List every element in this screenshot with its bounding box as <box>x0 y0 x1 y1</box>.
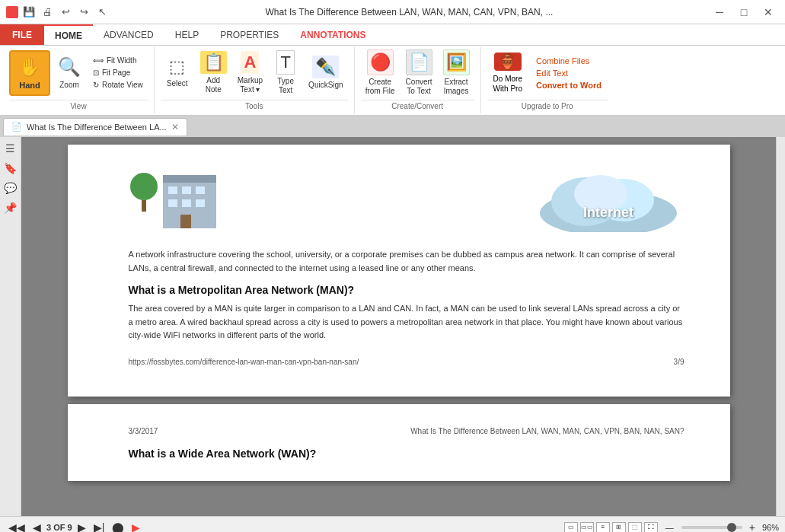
extract-images-icon: 🖼️ <box>443 49 470 75</box>
tab-bar: 📄 What Is The Difference Between LA... ✕ <box>0 116 785 137</box>
window-title: What Is The Difference Between LAN, WAN,… <box>116 7 703 18</box>
markup-text-button[interactable]: A MarkupText ▾ <box>233 49 267 97</box>
save-button[interactable]: 💾 <box>21 5 37 20</box>
view-options: ⟺ Fit Width ⊡ Fit Page ↻ Rotate View <box>88 55 148 91</box>
minimize-button[interactable]: ─ <box>709 4 730 21</box>
two-page-icon[interactable]: ▭▭ <box>580 522 594 533</box>
hand-label: Hand <box>19 81 40 90</box>
zoom-in-button[interactable]: + <box>747 521 758 533</box>
page2-date: 3/3/2017 <box>129 427 158 435</box>
tab-close-button[interactable]: ✕ <box>171 122 179 132</box>
extract-images-label: ExtractImages <box>444 78 469 96</box>
sidebar-left: ☰ 🔖 💬 📌 <box>0 137 21 516</box>
close-button[interactable]: ✕ <box>758 4 779 21</box>
markup-text-label: MarkupText ▾ <box>238 76 263 94</box>
create-from-file-label: Createfrom File <box>365 78 395 96</box>
svg-rect-9 <box>196 199 205 207</box>
upgrade-group-items: 🏺 Do MoreWith Pro Combine Files Edit Tex… <box>487 47 608 98</box>
audio-play-button[interactable]: ▶ <box>129 521 142 533</box>
title-bar: 💾 🖨 ↩ ↪ ↖ What Is The Difference Between… <box>0 0 785 24</box>
view-group-items: ✋ Hand 🔍 Zoom ⟺ Fit Width <box>9 47 148 98</box>
pdf-page-1: Internet A network infrastructure coveri… <box>68 145 730 397</box>
nav-prev-button[interactable]: ◀ <box>30 521 43 533</box>
page2-header: 3/3/2017 What Is The Difference Between … <box>129 427 684 435</box>
cursor-button[interactable]: ↖ <box>94 5 110 20</box>
audio-start-button[interactable]: ⬤ <box>110 521 126 533</box>
rotate-view-button[interactable]: ↻ Rotate View <box>88 79 148 91</box>
combine-files-link[interactable]: Combine Files <box>536 56 589 65</box>
tab-file[interactable]: FILE <box>0 24 44 45</box>
convert-to-text-button[interactable]: 📄 ConvertTo Text <box>401 47 437 98</box>
fit-icon[interactable]: ⬚ <box>628 522 642 533</box>
sidebar-attachment-icon[interactable]: 📌 <box>2 199 19 216</box>
svg-point-0 <box>130 173 158 200</box>
sidebar-comment-icon[interactable]: 💬 <box>2 180 19 196</box>
create-from-file-button[interactable]: 🔴 Createfrom File <box>361 47 400 98</box>
tab-home[interactable]: HOME <box>44 24 93 45</box>
rotate-icon: ↻ <box>93 81 99 89</box>
hand-button[interactable]: ✋ Hand <box>9 50 50 96</box>
select-button[interactable]: ⬚ Select <box>161 55 194 91</box>
sidebar-bookmark-icon[interactable]: 🔖 <box>2 160 19 177</box>
app-icon <box>6 6 18 18</box>
tab-annotations[interactable]: ANNOTATIONS <box>289 24 376 45</box>
svg-rect-7 <box>168 199 177 207</box>
extract-images-button[interactable]: 🖼️ ExtractImages <box>439 47 474 98</box>
type-text-button[interactable]: T TypeText <box>269 48 302 97</box>
grid-icon[interactable]: ⊞ <box>612 522 626 533</box>
edit-text-link[interactable]: Edit Text <box>536 68 568 78</box>
scroll-icon[interactable]: ≡ <box>596 522 610 533</box>
print-button[interactable]: 🖨 <box>40 5 55 20</box>
zoom-label: Zoom <box>59 81 79 90</box>
maximize-button[interactable]: □ <box>733 4 755 21</box>
page-images: Internet <box>129 167 684 236</box>
single-page-icon[interactable]: ▭ <box>564 522 578 533</box>
tools-group-items: ⬚ Select 📋 AddNote A MarkupText ▾ T Type… <box>161 47 348 98</box>
fit-width-button[interactable]: ⟺ Fit Width <box>88 55 148 66</box>
add-note-button[interactable]: 📋 AddNote <box>196 49 231 97</box>
fit-width-icon: ⟺ <box>93 56 104 65</box>
pdf-view: Internet A network infrastructure coveri… <box>21 137 776 516</box>
convert-to-text-label: ConvertTo Text <box>406 78 432 96</box>
create-convert-items: 🔴 Createfrom File 📄 ConvertTo Text 🖼️ Ex… <box>361 47 474 98</box>
tab-help[interactable]: HELP <box>164 24 209 45</box>
undo-button[interactable]: ↩ <box>58 5 73 20</box>
upgrade-links: Combine Files Edit Text Convert to Word <box>530 53 608 93</box>
scrollbar-vertical[interactable] <box>776 137 785 516</box>
nav-next-button[interactable]: ▶| <box>91 521 107 533</box>
sidebar-nav-icon[interactable]: ☰ <box>2 140 19 157</box>
tab-advanced[interactable]: ADVANCED <box>93 24 164 45</box>
tab-properties[interactable]: PROPERTIES <box>209 24 289 45</box>
status-bar: ◀◀ ◀ 3 OF 9 ▶ ▶| ⬤ ▶ ▭ ▭▭ ≡ ⊞ ⬚ ⛶ — + 96… <box>0 516 785 532</box>
nav-play-button[interactable]: ▶ <box>75 521 88 533</box>
view-group-label: View <box>9 100 148 110</box>
status-right: ▭ ▭▭ ≡ ⊞ ⬚ ⛶ — + 96% <box>564 521 779 533</box>
document-tab[interactable]: 📄 What Is The Difference Between LA... ✕ <box>3 118 187 135</box>
page1-para1: A network infrastructure covering the sc… <box>129 248 684 275</box>
zoom-thumb <box>727 523 736 532</box>
ribbon: FILE HOME ADVANCED HELP PROPERTIES ANNOT… <box>0 24 785 116</box>
footer-url: https://fossbytes.com/difference-lan-wan… <box>129 358 359 366</box>
redo-button[interactable]: ↪ <box>76 5 91 20</box>
quicksign-label: QuickSign <box>308 81 343 90</box>
svg-rect-4 <box>168 186 177 194</box>
nav-first-button[interactable]: ◀◀ <box>6 521 27 533</box>
fit-page-button[interactable]: ⊡ Fit Page <box>88 67 148 78</box>
markup-text-icon: A <box>241 51 259 74</box>
svg-text:Internet: Internet <box>582 205 633 220</box>
page1-para2: The area covered by a MAN is quite large… <box>129 302 684 342</box>
page2-header-title: What Is The Difference Between LAN, WAN,… <box>410 427 684 435</box>
nav-controls: ◀◀ ◀ 3 OF 9 ▶ ▶| ⬤ ▶ <box>6 521 142 533</box>
zoom-button[interactable]: 🔍 Zoom <box>52 50 87 96</box>
zoom-percentage: 96% <box>762 523 779 532</box>
quicksign-icon: ✒️ <box>312 56 339 78</box>
zoom-slider[interactable] <box>681 526 742 529</box>
type-text-icon: T <box>276 50 294 75</box>
title-bar-left: 💾 🖨 ↩ ↪ ↖ <box>6 5 110 20</box>
quicksign-button[interactable]: ✒️ QuickSign <box>304 53 348 92</box>
create-from-file-icon: 🔴 <box>367 49 394 75</box>
convert-to-word-link[interactable]: Convert to Word <box>536 81 602 90</box>
svg-rect-5 <box>182 186 191 194</box>
full-screen-icon[interactable]: ⛶ <box>644 522 658 533</box>
do-more-button[interactable]: 🏺 Do MoreWith Pro <box>487 50 528 96</box>
